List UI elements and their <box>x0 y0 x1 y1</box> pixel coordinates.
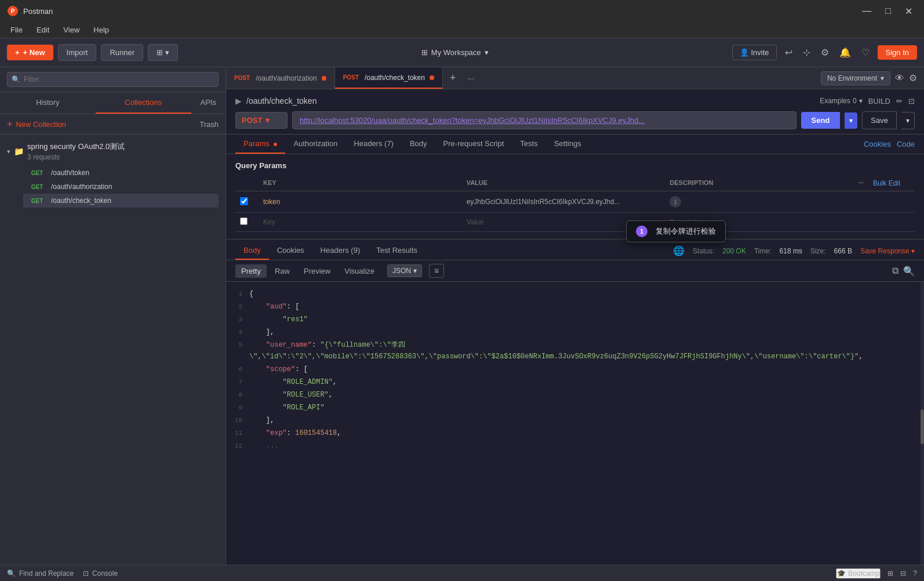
empty-key-cell[interactable]: Key <box>259 216 462 228</box>
resp-tab-body[interactable]: Body <box>235 242 269 260</box>
tab-params[interactable]: Params <box>235 135 285 154</box>
examples-button[interactable]: Examples 0 ▾ <box>820 97 862 105</box>
env-settings-button[interactable]: ⚙ <box>909 72 917 83</box>
scrollbar-thumb[interactable] <box>921 409 924 444</box>
search-body-button[interactable]: 🔍 <box>903 266 915 277</box>
tab-authorization[interactable]: Authorization <box>285 135 345 154</box>
method-selector[interactable]: POST ▾ <box>235 112 288 129</box>
status-value: 200 OK <box>722 247 746 255</box>
save-response-button[interactable]: Save Response ▾ <box>860 247 915 255</box>
visualize-mode-button[interactable]: Visualize <box>339 264 380 278</box>
environment-dropdown[interactable]: No Environment ▾ <box>821 71 890 85</box>
layout-button[interactable]: ⊞ ▾ <box>148 44 178 61</box>
build-button[interactable]: BUILD <box>868 97 890 106</box>
filter-input[interactable] <box>7 72 219 87</box>
bootcamp-button[interactable]: 🎓 Bootcamp <box>836 568 881 579</box>
minimize-button[interactable]: — <box>857 5 876 18</box>
tab-body[interactable]: Body <box>402 135 435 154</box>
collection-title: spring security OAuth2.0测试 <box>27 141 125 152</box>
expand-chevron[interactable]: ▶ <box>235 96 242 106</box>
workspace-button[interactable]: ⊞ My Workspace ▾ <box>421 48 489 57</box>
param-value[interactable]: eyJhbGciOiJlUzI1NiIsInR5cCI6IkpXVCJ9.eyJ… <box>462 195 665 208</box>
runner-button[interactable]: Runner <box>101 44 143 61</box>
close-button[interactable]: ✕ <box>900 5 917 18</box>
sidebar-tab-history[interactable]: History <box>0 92 96 114</box>
env-eye-button[interactable]: 👁 <box>895 73 904 83</box>
tab-item-authorization[interactable]: POST /oauth/authorization <box>226 67 335 89</box>
sign-in-button[interactable]: Sign In <box>878 45 917 60</box>
main-layout: 🔍 History Collections APIs + New Collect… <box>0 67 924 565</box>
layout-columns-button[interactable]: ⊟ <box>900 569 906 578</box>
raw-mode-button[interactable]: Raw <box>269 264 296 278</box>
layout-icon-button[interactable]: ⊡ <box>908 97 915 106</box>
send-button[interactable]: Send <box>801 112 841 129</box>
send-dropdown-button[interactable]: ▾ <box>845 112 857 129</box>
cookies-link[interactable]: Cookies <box>864 140 891 148</box>
new-button[interactable]: + + New <box>7 45 53 60</box>
copy-body-button[interactable]: ⧉ <box>892 266 898 276</box>
bootcamp-label: Bootcamp <box>848 569 879 578</box>
tab-tests[interactable]: Tests <box>512 135 545 154</box>
tab-item-check-token[interactable]: POST /oauth/check_token <box>335 67 443 89</box>
description-tooltip-badge: 1 <box>670 196 681 208</box>
menu-file[interactable]: File <box>5 24 28 35</box>
sidebar-tab-collections[interactable]: Collections <box>96 92 191 114</box>
new-collection-button[interactable]: New Collection <box>16 120 66 129</box>
more-options-button[interactable]: ··· <box>858 179 864 186</box>
line-content: ], <box>249 415 924 426</box>
tab-settings[interactable]: Settings <box>546 135 590 154</box>
json-format-selector[interactable]: JSON ▾ <box>387 264 422 277</box>
request-item[interactable]: GET /oauth/authorization <box>23 180 219 194</box>
request-item[interactable]: GET /oauth/token <box>23 166 219 180</box>
globe-icon-button[interactable]: 🌐 <box>673 245 685 256</box>
sidebar-tab-apis[interactable]: APIs <box>191 92 225 114</box>
tab-headers[interactable]: Headers (7) <box>345 135 402 154</box>
chevron-down-icon: ▾ <box>7 148 10 155</box>
more-tabs-button[interactable]: ··· <box>463 74 479 83</box>
settings-icon-btn[interactable]: ⚙ <box>818 45 831 60</box>
request-item-active[interactable]: GET /oauth/check_token <box>23 194 219 208</box>
trash-link[interactable]: Trash <box>199 120 219 129</box>
title-bar-left: P Postman <box>7 5 53 17</box>
find-replace-button[interactable]: 🔍 Find and Replace <box>7 569 74 578</box>
resp-tab-headers[interactable]: Headers (9) <box>312 242 369 260</box>
bulk-edit-button[interactable]: Bulk Edit <box>873 179 900 187</box>
resp-tab-test-results[interactable]: Test Results <box>368 242 425 260</box>
status-label: Status: <box>693 247 714 255</box>
resp-tab-cookies[interactable]: Cookies <box>269 242 312 260</box>
layout-toggle-button[interactable]: ⊞ <box>887 569 893 578</box>
wrap-lines-button[interactable]: ≡ <box>429 264 444 278</box>
heart-icon-btn[interactable]: ♡ <box>859 45 872 60</box>
chevron-down-icon: ▾ <box>859 97 863 105</box>
console-button[interactable]: ⊡ Console <box>83 569 118 578</box>
empty-checkbox[interactable] <box>240 217 248 225</box>
collection-header[interactable]: ▾ 📁 spring security OAuth2.0测试 3 request… <box>7 139 219 164</box>
menu-help[interactable]: Help <box>88 24 115 35</box>
satellite-icon-btn[interactable]: ⊹ <box>801 45 813 60</box>
code-link[interactable]: Code <box>897 140 915 148</box>
invite-button[interactable]: 👤 Invite <box>732 45 777 60</box>
add-tab-button[interactable]: + <box>443 72 463 84</box>
help-icon-button[interactable]: ? <box>913 569 917 578</box>
import-button[interactable]: Import <box>58 44 97 61</box>
examples-label: Examples <box>820 97 850 105</box>
menu-edit[interactable]: Edit <box>31 24 55 35</box>
tab-pre-request[interactable]: Pre-request Script <box>435 135 512 154</box>
request-path-header: ▶ /oauth/check_token Examples 0 ▾ BUILD … <box>235 96 915 106</box>
save-dropdown-button[interactable]: ▾ <box>901 112 915 129</box>
param-checkbox[interactable] <box>240 197 248 205</box>
history-icon-btn[interactable]: ↩ <box>783 45 795 60</box>
save-button[interactable]: Save <box>862 111 897 129</box>
url-input[interactable] <box>292 111 796 129</box>
params-empty-row: Key Value Description <box>235 213 915 232</box>
menu-view[interactable]: View <box>57 24 85 35</box>
notification-icon-btn[interactable]: 🔔 <box>837 45 853 60</box>
param-description[interactable]: 1 <box>665 194 868 210</box>
preview-mode-button[interactable]: Preview <box>298 264 336 278</box>
method-label: POST <box>234 75 250 81</box>
pretty-mode-button[interactable]: Pretty <box>235 264 267 278</box>
maximize-button[interactable]: □ <box>881 5 896 18</box>
edit-icon-button[interactable]: ✏ <box>896 97 903 106</box>
param-key[interactable]: token <box>259 195 462 208</box>
toolbar: + + New Import Runner ⊞ ▾ ⊞ My Workspace… <box>0 38 924 67</box>
